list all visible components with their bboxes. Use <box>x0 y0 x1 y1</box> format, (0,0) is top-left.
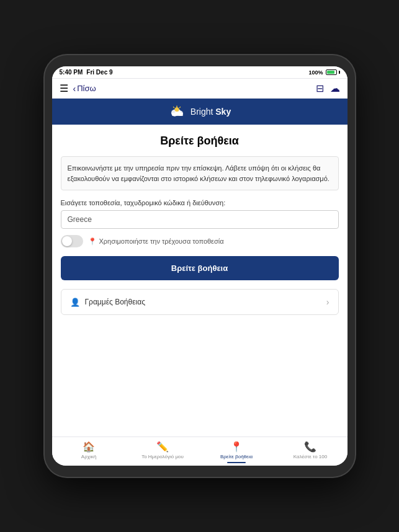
location-input[interactable] <box>61 210 339 229</box>
status-right: 100% <box>308 69 339 76</box>
status-bar: 5:40 PM Fri Dec 9 100% <box>52 66 347 79</box>
svg-line-7 <box>173 107 174 108</box>
tab-find-help-label: Βρείτε βοήθεια <box>220 454 253 459</box>
find-help-button[interactable]: Βρείτε βοήθεια <box>61 256 339 280</box>
tablet-shell: 5:40 PM Fri Dec 9 100% ☰ ‹ Πίσω <box>45 55 355 477</box>
tab-find-help-icon: 📍 <box>230 441 243 453</box>
svg-rect-3 <box>172 113 183 116</box>
tab-diary-label: Το Ημερολόγιό μου <box>141 454 184 459</box>
tab-diary[interactable]: ✏️ Το Ημερολόγιό μου <box>126 441 200 463</box>
app-title-normal: Bright <box>191 107 215 117</box>
toggle-knob <box>62 236 72 246</box>
hamburger-icon[interactable]: ☰ <box>60 82 68 94</box>
app-logo <box>168 105 186 118</box>
chevron-left-icon: ‹ <box>73 84 76 94</box>
tab-home-icon: 🏠 <box>83 441 95 453</box>
tab-call100[interactable]: 📞 Καλέστε το 100 <box>274 441 347 463</box>
page-title: Βρείτε βοήθεια <box>61 135 339 148</box>
chevron-right-icon: › <box>326 297 330 307</box>
tablet-screen: 5:40 PM Fri Dec 9 100% ☰ ‹ Πίσω <box>52 66 347 466</box>
tab-call100-icon: 📞 <box>304 441 316 453</box>
battery-body <box>326 69 337 75</box>
status-time: 5:40 PM <box>60 69 83 76</box>
battery-percent: 100% <box>308 69 323 76</box>
battery-icon <box>326 69 340 75</box>
nav-bar: ☰ ‹ Πίσω ⊟ ☁ <box>52 79 347 99</box>
toggle-text: Χρησιμοποιήστε την τρέχουσα τοποθεσία <box>99 237 224 245</box>
tab-call100-label: Καλέστε το 100 <box>294 454 327 459</box>
location-pin-icon: 📍 <box>88 237 97 246</box>
tab-active-indicator <box>227 462 246 463</box>
back-button[interactable]: ‹ Πίσω <box>73 84 96 94</box>
status-left: 5:40 PM Fri Dec 9 <box>60 69 113 76</box>
battery-tip <box>339 71 340 74</box>
tab-bar: 🏠 Αρχική ✏️ Το Ημερολόγιό μου 📍 Βρείτε β… <box>52 437 347 466</box>
nav-right: ⊟ ☁ <box>316 82 340 94</box>
help-lines-left: 👤 Γραμμές Βοήθειας <box>70 298 145 307</box>
battery-fill <box>327 71 335 74</box>
main-content: Βρείτε βοήθεια Επικοινωνήστε με την υπηρ… <box>52 125 347 437</box>
cloud-icon[interactable]: ☁ <box>330 82 340 94</box>
description-text: Επικοινωνήστε με την υπηρεσία πριν την ε… <box>61 156 339 190</box>
tab-home-label: Αρχική <box>81 454 96 459</box>
person-icon: 👤 <box>70 298 80 307</box>
input-label: Εισάγετε τοποθεσία, ταχυδρομικό κώδικα ή… <box>61 199 339 206</box>
bright-sky-logo-icon <box>168 105 186 118</box>
app-title-bold: Sky <box>215 107 231 117</box>
tab-find-help[interactable]: 📍 Βρείτε βοήθεια <box>200 441 274 463</box>
back-label: Πίσω <box>77 84 96 93</box>
svg-line-6 <box>179 107 180 108</box>
toggle-row: 📍 Χρησιμοποιήστε την τρέχουσα τοποθεσία <box>61 235 339 247</box>
help-lines-label: Γραμμές Βοήθειας <box>85 298 145 306</box>
location-toggle[interactable] <box>61 235 83 247</box>
status-date: Fri Dec 9 <box>86 69 112 76</box>
tab-home[interactable]: 🏠 Αρχική <box>52 441 126 463</box>
app-header: Bright Sky <box>52 99 347 125</box>
toggle-label: 📍 Χρησιμοποιήστε την τρέχουσα τοποθεσία <box>88 237 224 246</box>
info-icon[interactable]: ⊟ <box>316 82 324 94</box>
nav-left: ☰ ‹ Πίσω <box>60 82 96 94</box>
app-title: Bright Sky <box>191 107 231 117</box>
svg-point-4 <box>174 107 179 112</box>
tab-diary-icon: ✏️ <box>156 441 169 453</box>
help-lines-row[interactable]: 👤 Γραμμές Βοήθειας › <box>61 289 339 315</box>
